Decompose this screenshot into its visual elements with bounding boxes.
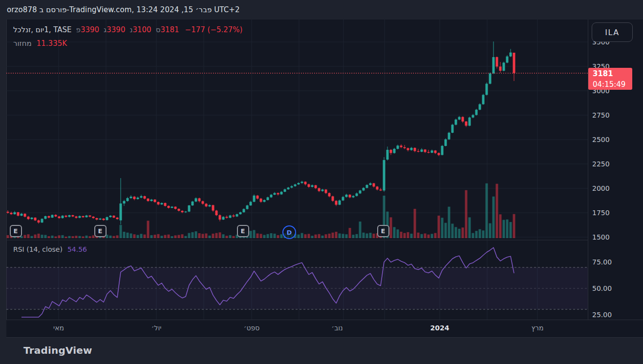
symbol-exchange: TASE bbox=[53, 25, 71, 34]
time-axis-label: מרץ bbox=[532, 324, 544, 332]
price-scale-label: 1500 bbox=[592, 233, 610, 241]
change-value: −177 (−5.27%) bbox=[185, 25, 243, 34]
open-label: פ bbox=[76, 25, 81, 34]
price-scale-label: 2500 bbox=[592, 136, 610, 143]
open-value: 3390 bbox=[81, 25, 99, 34]
rsi-scale-label: 75.00 bbox=[592, 258, 612, 266]
published-text: פורסם ב bbox=[40, 5, 67, 14]
earnings-badge[interactable]: E bbox=[237, 225, 249, 237]
low-value: 3100 bbox=[132, 25, 151, 34]
bar-countdown: 04:15:49 bbox=[593, 79, 632, 90]
earnings-badge[interactable]: E bbox=[377, 225, 389, 237]
time-axis-label: ספט׳ bbox=[244, 324, 260, 332]
tradingview-logo[interactable]: TradingView bbox=[19, 344, 92, 356]
symbol-button-label: ILA bbox=[605, 28, 619, 37]
volume-value: 11.335K bbox=[37, 39, 67, 48]
time-axis-label: מאי bbox=[53, 324, 64, 332]
earnings-badge[interactable]: E bbox=[94, 225, 107, 237]
symbol-interval: 1יום bbox=[36, 25, 49, 34]
chart-canvas[interactable] bbox=[6, 20, 588, 320]
last-price-badge: 318104:15:49 bbox=[588, 68, 632, 90]
rsi-value: 54.56 bbox=[67, 245, 87, 253]
tradingview-logo-text: TradingView bbox=[23, 344, 92, 356]
symbol-button[interactable]: ILA bbox=[592, 22, 633, 42]
separator: , bbox=[49, 25, 54, 34]
rsi-label: RSI (14, close) bbox=[13, 245, 63, 253]
high-value: 3390 bbox=[107, 25, 125, 34]
site-time: -TradingView.com, 13:24 bbox=[66, 5, 160, 14]
price-scale-label: 1750 bbox=[592, 209, 610, 217]
close-label: ס bbox=[156, 25, 161, 34]
rsi-legend: RSI (14, close)54.56 bbox=[13, 245, 87, 253]
last-price: 3181 bbox=[593, 68, 632, 79]
time-axis-background[interactable] bbox=[6, 320, 643, 338]
price-scale-label: 2000 bbox=[592, 184, 610, 192]
separator: , bbox=[31, 25, 36, 34]
close-value: 3181 bbox=[160, 25, 179, 34]
volume-label: מחזור bbox=[13, 39, 32, 48]
publish-date: פבר׳ 15, 2024 bbox=[160, 5, 212, 14]
dividend-badge[interactable]: D bbox=[282, 225, 296, 239]
time-axis-label: יול׳ bbox=[151, 324, 162, 332]
price-scale-label: 2750 bbox=[592, 111, 610, 119]
volume-legend: מחזור11.335K bbox=[13, 39, 67, 48]
symbol-name: זנלכל bbox=[13, 25, 31, 34]
symbol-legend: זנלכל, 1יום, TASEפ3390ג3390נ3100ס3181−17… bbox=[13, 25, 242, 34]
publish-header: orzo878 פורסם ב-TradingView.com, 13:24 פ… bbox=[7, 5, 240, 14]
earnings-badge[interactable]: E bbox=[10, 225, 22, 237]
publisher-name: orzo878 bbox=[7, 5, 37, 14]
price-scale-label: 2250 bbox=[592, 160, 610, 168]
time-axis-label: 2024 bbox=[430, 324, 450, 332]
rsi-scale-label: 50.00 bbox=[592, 284, 612, 292]
tradingview-snapshot: orzo878 פורסם ב-TradingView.com, 13:24 פ… bbox=[0, 0, 643, 364]
time-axis-label: נוב׳ bbox=[331, 324, 343, 332]
utc-offset: UTC+2 bbox=[212, 5, 239, 14]
rsi-scale-label: 25.00 bbox=[592, 311, 612, 319]
